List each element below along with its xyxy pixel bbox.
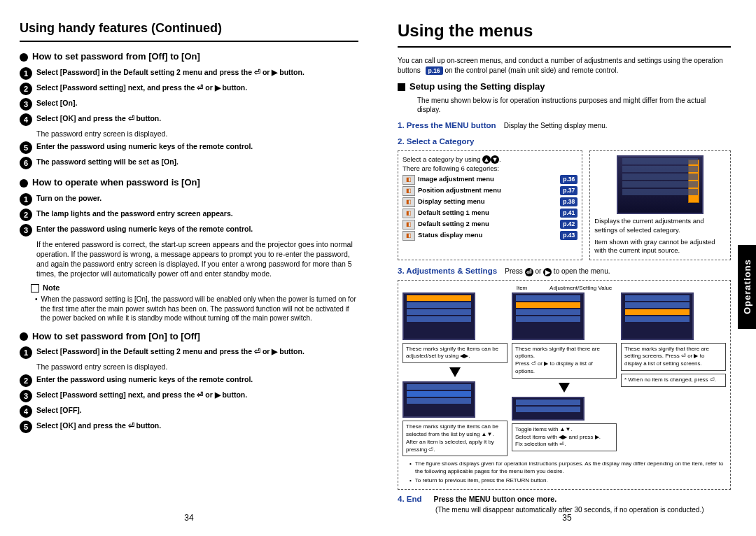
note-heading: Note (31, 283, 358, 293)
page-ref-p16: p.16 (426, 66, 443, 75)
category-list: Select a category by using ▲▼. There are… (398, 150, 582, 260)
osd-screenshot (617, 155, 704, 214)
section-on-to-off: How to set password from [On] to [Off] (20, 330, 358, 343)
note-item: When the password setting is [On], the p… (41, 295, 358, 323)
intro-text: You can call up on-screen menus, and con… (398, 56, 731, 75)
page-34: Using handy features (Continued) How to … (0, 0, 378, 536)
description: The password entry screen is displayed. (36, 129, 358, 139)
page-number-35: 35 (562, 512, 571, 523)
osd-mini-2 (512, 292, 584, 340)
section-setup: Setup using the Setting display (398, 80, 731, 93)
menu-icon: ◧ (402, 186, 415, 196)
menu-item-position-adjustment: ◧Position adjustment menup.37 (402, 186, 578, 196)
arrow-down-icon (449, 367, 461, 377)
category-preview: Displays the current adjustments and set… (589, 150, 731, 260)
callout: * When no item is changed, press ⏎. (621, 374, 726, 387)
arrow-down-icon: ▼ (491, 155, 499, 164)
footnotes: The figure shows displays given for oper… (402, 460, 726, 484)
menu-item-default-2: ◧Default setting 2 menup.42 (402, 220, 578, 230)
enter-icon: ⏎ (525, 268, 533, 276)
step-2-heading: 2. Select a Category (398, 136, 731, 148)
osd-mini-4 (402, 381, 475, 418)
list-item: 1Turn on the power. (20, 193, 358, 206)
adjustments-panel: Item Adjustment/Setting Value These mark… (398, 280, 731, 490)
callout: These marks signify that there are setti… (621, 343, 726, 371)
section-off-to-on: How to set password from [Off] to [On] (20, 50, 358, 63)
setup-description: The menu shown below is for operation in… (417, 96, 731, 115)
list-item: 2Enter the password using numeric keys o… (20, 374, 358, 387)
arrow-down-icon (559, 383, 570, 393)
arrow-right-icon: ▶ (543, 268, 552, 276)
category-panel: Select a category by using ▲▼. There are… (398, 150, 731, 260)
list-item: 1Select [Password] in the Default settin… (20, 67, 358, 80)
list-item: 4Select [OK] and press the ⏎ button. (20, 113, 358, 126)
osd-mini-5 (512, 397, 584, 421)
menu-item-status: ◧Status display menup.43 (402, 231, 578, 241)
description: If the entered password is correct, the … (36, 239, 358, 279)
page-34-title: Using handy features (Continued) (20, 20, 358, 42)
menu-item-display-setting: ◧Display setting menup.38 (402, 197, 578, 207)
section-operate-on: How to operate when password is [On] (20, 176, 358, 189)
list-item: 4Select [OFF]. (20, 405, 358, 418)
menu-item-default-1: ◧Default setting 1 menup.41 (402, 209, 578, 218)
list-item: 5Enter the password using numeric keys o… (20, 141, 358, 154)
list-item: 3Enter the password using numeric keys o… (20, 224, 358, 237)
list-item: 1Select [Password] in the Default settin… (20, 346, 358, 359)
page-35-title: Using the menus (398, 20, 731, 48)
callout: These marks signify that there are optio… (512, 343, 617, 379)
list-item: 2Select [Password setting] next, and pre… (20, 83, 358, 95)
step-3-heading: 3. Adjustments & Settings Press ⏎ or ▶ t… (398, 266, 731, 277)
callout: These marks signify the items can be sel… (402, 421, 507, 456)
callout: These marks signify the items can be adj… (402, 343, 507, 364)
osd-mini-1 (402, 292, 475, 340)
list-item: 2The lamp lights and the password entry … (20, 209, 358, 221)
osd-mini-3 (621, 292, 694, 340)
description: The password entry screen is displayed. (36, 362, 358, 372)
menu-icon: ◧ (402, 209, 415, 218)
callout: Toggle items with ▲▼.Select items with ◀… (512, 423, 617, 451)
menu-item-image-adjustment: ◧Image adjustment menup.36 (402, 175, 578, 185)
step-1-heading: 1. Press the MENU button Display the Set… (398, 120, 731, 132)
menu-icon: ◧ (402, 197, 415, 207)
side-tab-operations: Operations (738, 245, 756, 329)
page-35: Using the menus You can call up on-scree… (378, 0, 756, 536)
list-item: 5Select [OK] and press the ⏎ button. (20, 421, 358, 433)
list-item: 3Select [Password setting] next, and pre… (20, 390, 358, 402)
list-item: 3Select [On]. (20, 98, 358, 111)
page-number-34: 34 (184, 512, 193, 523)
menu-icon: ◧ (402, 231, 415, 241)
list-item: 6The password setting will be set as [On… (20, 157, 358, 169)
arrow-up-icon: ▲ (482, 155, 491, 164)
menu-icon: ◧ (402, 175, 415, 185)
menu-icon: ◧ (402, 220, 415, 230)
page-spread: Using handy features (Continued) How to … (0, 0, 756, 536)
